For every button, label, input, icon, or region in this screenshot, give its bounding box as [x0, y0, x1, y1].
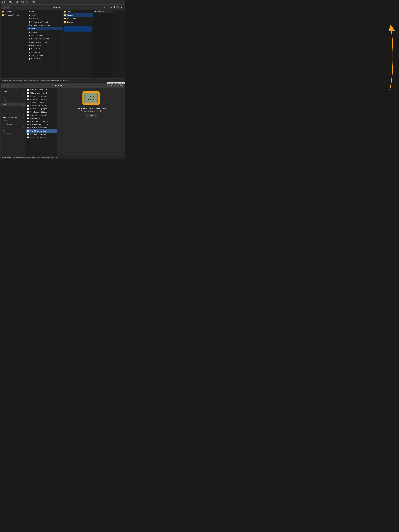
ellipsis-icon: ···	[88, 114, 89, 116]
pdf-icon: 📄	[27, 136, 29, 138]
chevron-icon: ›	[23, 90, 24, 92]
view-options-icon[interactable]: ⊟	[110, 84, 112, 87]
view-columns-icon[interactable]: ⊞	[103, 6, 105, 8]
window-title-bottom: Downloads	[11, 84, 105, 87]
chevron-icon: ›	[23, 127, 24, 128]
search-icon[interactable]: 🔍	[120, 84, 123, 87]
pdf-icon: 📄	[27, 95, 29, 97]
list-item[interactable]: 📁 PlaydateSDK ›	[1, 10, 27, 13]
sidebar-item[interactable]: es ›	[1, 126, 25, 129]
more-options-icon-b[interactable]: ⊙	[114, 84, 115, 87]
pdf-icon: 📄	[27, 105, 29, 107]
list-item[interactable]: 📁 Designing for Playdate ›	[27, 20, 63, 24]
list-item[interactable]: 📁 Data ›	[63, 10, 93, 13]
folder-icon: 📁	[64, 11, 66, 13]
menu-go[interactable]: Go	[16, 1, 18, 3]
list-item[interactable]: 🖼 Jobs - We l...e advert.jpg	[26, 101, 57, 104]
list-item[interactable]: 📁 PlaydateSDK-1.9.0 ›	[1, 13, 27, 17]
list-item-juan[interactable]: 📁 Juan-&-B	[93, 10, 113, 13]
preview-filename: Juan-&-Beanstalk-hello-world.pdx	[76, 108, 106, 110]
list-item-pdx[interactable]: 📄 Juan-&-Be...o-world.pdx	[26, 129, 57, 133]
chevron-icon: ›	[91, 18, 92, 19]
sidebar-item[interactable]: ox ›	[1, 106, 25, 109]
folder-icon: 📁	[28, 28, 31, 30]
jpg-icon: 🖼	[27, 101, 29, 103]
list-item[interactable]: 📄 Juan_Marti...ULTURE.pdf	[26, 120, 57, 123]
list-item[interactable]: 📁 bin ›	[27, 10, 63, 13]
list-item[interactable]: 📁 Inside Playdate ›	[27, 34, 63, 37]
tag-icon[interactable]: ✎	[117, 6, 119, 8]
more-button[interactable]: ··· More...	[85, 114, 97, 117]
forward-button-bottom[interactable]: ›	[6, 84, 10, 87]
pdf-icon: 📄	[27, 133, 29, 135]
sidebar-item[interactable]: ations ›	[1, 89, 25, 93]
list-item[interactable]: 📄 Jones_Joh...esigning.pdf	[26, 107, 57, 110]
view-columns-icon-b[interactable]: ⊞	[107, 84, 108, 87]
list-item[interactable]: 📄 Jornada de...l – 2021.pdf	[26, 110, 57, 114]
chevron-icon: ›	[61, 31, 61, 33]
txt-icon: 📄	[28, 58, 31, 60]
sidebar-item[interactable]: s ›	[1, 112, 25, 116]
finder-window-top: ‹ › Games ⊞ ⊟ ⊙ ⬆ ✎ ▲ 📁 PlaydateSDK › 📁 …	[0, 4, 125, 82]
list-item[interactable]: 📁 Screenshots ›	[63, 17, 93, 20]
list-item[interactable]: 🌐 Designing f...aydate.html	[27, 24, 63, 27]
chevron-icon: ›	[23, 97, 24, 98]
list-item[interactable]: 📦 Juan--Bea...0151209.zip	[26, 126, 57, 129]
menu-help[interactable]: Help	[31, 1, 35, 3]
list-item[interactable]: 📖 PlaydateSDK.docset	[27, 44, 63, 47]
list-item[interactable]: 📄 john-swart...impsons.pdf	[26, 104, 57, 107]
dropbox-icon[interactable]: ▲	[121, 6, 123, 8]
list-item[interactable]: 📄 jpim.12466.pdf	[26, 117, 57, 120]
folder-icon: 📁	[64, 17, 66, 19]
sidebar-item[interactable]: pp ›	[1, 93, 25, 96]
toolbar-top: ‹ › Games ⊞ ⊟ ⊙ ⬆ ✎ ▲	[1, 5, 125, 10]
menu-view[interactable]: View	[8, 1, 13, 3]
more-options-icon[interactable]: ⊙	[110, 6, 112, 8]
sidebar-item[interactable]: per ›	[1, 96, 25, 99]
sidebar-item-denver[interactable]: ive - ...ty of Denver ›	[1, 116, 25, 119]
view-grid-icon[interactable]: ⊟	[107, 6, 108, 8]
list-item[interactable]: 📄 Job ready...BC News.pdf	[26, 98, 57, 101]
list-item[interactable]: 📄 Job Activat...in-web2.pdf	[26, 95, 57, 98]
sidebar-item[interactable]: ge-lock.json	[1, 122, 25, 126]
list-item[interactable]: 📄 JG Letter U...preads.pdf	[26, 91, 57, 95]
pdf-icon: 📄	[27, 98, 29, 100]
folder-icon: 📁	[28, 21, 31, 23]
chevron-icon: ›	[23, 130, 24, 131]
list-item-games[interactable]: 📁 Games ›	[63, 13, 93, 17]
list-item[interactable]: 📄 SDK_LICENSE.md	[27, 54, 63, 57]
chevron-icon: ›	[23, 110, 24, 112]
forward-button[interactable]: ›	[6, 6, 10, 9]
back-button-bottom[interactable]: ‹	[2, 84, 6, 87]
back-button[interactable]: ‹	[2, 6, 6, 9]
list-item[interactable]: 📦 Juan--Bea...hEgzW1T.zip	[26, 123, 57, 126]
sidebar-item-downloads[interactable]: oads ›	[1, 102, 25, 106]
list-item[interactable]: 📄 JG Ballard I...Murray.pdf	[26, 88, 57, 91]
list-item[interactable]: 📄 Julius Baer...Bogotá.pdf	[26, 133, 57, 136]
menu-edit[interactable]: Edit	[2, 1, 5, 3]
list-item[interactable]: 📄 Joseph-Ha...vement.pdf	[26, 114, 57, 117]
zip-icon: 📦	[27, 124, 29, 126]
folder-icon: 📁	[28, 51, 31, 53]
list-item[interactable]: 📁 Resources ›	[27, 51, 63, 54]
share-icon[interactable]: ⬆	[114, 6, 115, 8]
list-item[interactable]: 📄 README.md	[27, 47, 63, 51]
folder-icon: 📁	[64, 21, 66, 23]
sidebar-item[interactable]: g ›	[1, 109, 25, 112]
list-item-disk[interactable]: 📁 Disk ›	[27, 27, 63, 30]
sidebar-item[interactable]: Share	[1, 119, 25, 122]
list-item[interactable]: 📁 System ›	[63, 20, 93, 24]
menu-window[interactable]: Window	[21, 1, 28, 3]
list-item[interactable]: 📄 VERSION.txt	[27, 57, 63, 60]
list-item[interactable]: 🌐 Inside Playdate.html	[27, 40, 63, 44]
preview-filetype: Playdate Application - 34 KB	[81, 110, 101, 112]
sidebar-item[interactable]: nents ›	[1, 99, 25, 102]
sidebar-item[interactable]: lworks ›	[1, 129, 25, 132]
list-item[interactable]: 📁 C_API ›	[27, 13, 63, 17]
list-item[interactable]: 🌐 Inside Playd...with C.html	[27, 37, 63, 40]
list-item[interactable]: 📄 July2021Ne...etter(1).pdf	[26, 136, 57, 139]
list-item[interactable]: 📁 Examples ›	[27, 30, 63, 34]
sidebar-item[interactable]: lWorks.prefs	[1, 132, 25, 135]
all-windows-icon[interactable]: »	[117, 84, 118, 87]
list-item[interactable]: 📁 CoreLibs	[27, 17, 63, 20]
